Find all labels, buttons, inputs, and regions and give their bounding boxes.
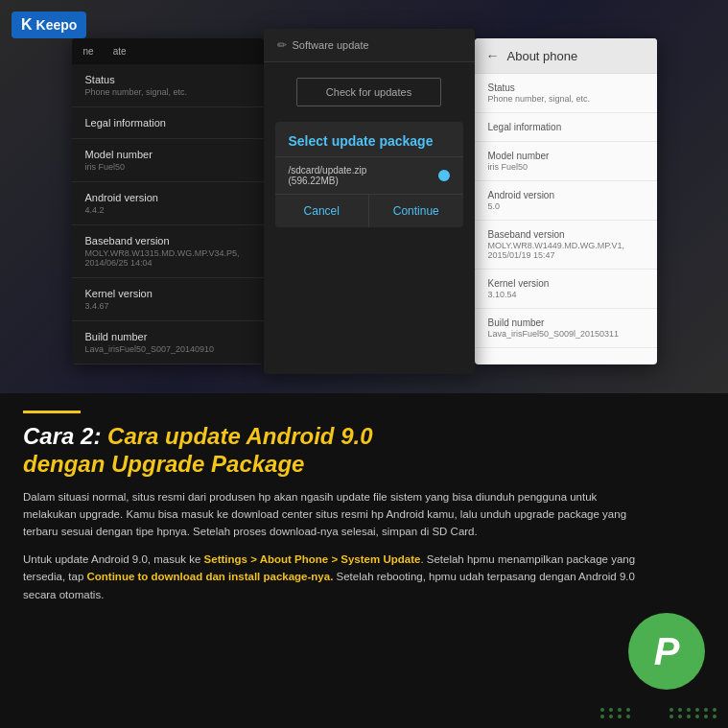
dialog-buttons: Cancel Continue: [275, 194, 463, 227]
left-screen: ne ate Status Phone number, signal, etc.…: [72, 38, 264, 364]
header-col1: ne: [83, 46, 94, 57]
dot: [678, 715, 682, 718]
about-title: About phone: [507, 49, 578, 63]
package-option[interactable]: /sdcard/update.zip (596.22MB): [275, 156, 463, 194]
about-build: Build number Lava_irisFuel50_S009l_20150…: [475, 309, 657, 348]
body2-plain1: Untuk update Android 9.0, masuk ke: [23, 553, 204, 565]
screens-container: ne ate Status Phone number, signal, etc.…: [72, 38, 657, 374]
body2-highlight2: Continue to download dan install package…: [86, 571, 333, 582]
about-legal: Legal information: [475, 113, 657, 142]
heading-main: Cara update Android 9.0: [107, 423, 373, 449]
heading-line2: dengan Upgrade Package: [23, 451, 304, 477]
dot: [695, 708, 699, 712]
left-item-kernel: Kernel version 3.4.67: [72, 278, 264, 321]
dot: [669, 708, 673, 712]
dot: [713, 715, 716, 718]
package-size: (596.22MB): [289, 176, 367, 186]
dots-decoration-1: [669, 708, 718, 718]
dot: [704, 708, 708, 712]
keepo-k-icon: K: [21, 16, 33, 34]
keepo-logo-text: Keepo: [36, 17, 78, 33]
cancel-button[interactable]: Cancel: [275, 195, 370, 227]
left-item-legal: Legal information: [72, 107, 264, 139]
about-android: Android version 5.0: [475, 181, 657, 221]
radio-selected[interactable]: [438, 170, 450, 181]
back-arrow-icon[interactable]: ←: [486, 48, 500, 63]
article-heading: Cara 2: Cara update Android 9.0 dengan U…: [23, 423, 705, 479]
dot: [626, 708, 630, 712]
about-kernel: Kernel version 3.10.54: [475, 270, 657, 309]
left-item-model: Model number iris Fuel50: [72, 139, 264, 182]
continue-button[interactable]: Continue: [369, 195, 463, 227]
left-item-status: Status Phone number, signal, etc.: [72, 64, 264, 107]
dot: [695, 715, 699, 718]
bottom-section: Cara 2: Cara update Android 9.0 dengan U…: [0, 393, 728, 728]
dot: [687, 715, 691, 718]
left-item-android: Android version 4.4.2: [72, 182, 264, 225]
about-header: ← About phone: [475, 38, 657, 74]
top-section: K Keepo ne ate Status Phone number, sign…: [0, 0, 728, 393]
dot: [626, 715, 630, 718]
dot: [704, 715, 708, 718]
dots-decoration-2: [600, 708, 632, 718]
sw-update-header: ✏ Software update: [264, 29, 475, 62]
edit-icon: ✏: [277, 38, 287, 52]
package-path: /sdcard/update.zip: [289, 165, 367, 176]
dot: [618, 715, 622, 718]
dot: [713, 708, 716, 712]
left-screen-header: ne ate: [72, 38, 264, 64]
p-letter: P: [654, 632, 680, 670]
header-col2: ate: [113, 46, 127, 57]
body2-highlight1: Settings > About Phone > System Update: [204, 553, 421, 565]
select-package-dialog: Select update package /sdcard/update.zip…: [275, 122, 463, 227]
dot: [609, 715, 613, 718]
dot: [600, 708, 604, 712]
sw-update-title: Software update: [293, 39, 369, 51]
left-item-build: Build number Lava_irisFuel50_S007_201409…: [72, 321, 264, 364]
left-item-baseband: Baseband version MOLY.WR8.W1315.MD.WG.MP…: [72, 225, 264, 278]
heading-prefix: Cara 2:: [23, 423, 107, 449]
android-p-logo: P: [628, 613, 705, 690]
body-paragraph-2: Untuk update Android 9.0, masuk ke Setti…: [23, 551, 637, 603]
yellow-separator: [23, 411, 81, 413]
dot: [669, 715, 673, 718]
dialog-title: Select update package: [275, 122, 463, 156]
dot: [678, 708, 682, 712]
dot: [687, 708, 691, 712]
about-baseband: Baseband version MOLY.WR8.W1449.MD.WG.MP…: [475, 221, 657, 270]
right-screen: ← About phone Status Phone number, signa…: [475, 38, 657, 364]
p-circle: P: [628, 613, 705, 690]
middle-screen: ✏ Software update Check for updates Sele…: [264, 29, 475, 374]
dot: [609, 708, 613, 712]
dot: [600, 715, 604, 718]
body-paragraph-1: Dalam situasi normal, situs resmi dari p…: [23, 488, 637, 541]
about-model: Model number iris Fuel50: [475, 142, 657, 181]
check-updates-button[interactable]: Check for updates: [296, 78, 441, 106]
about-status: Status Phone number, signal, etc.: [475, 74, 657, 113]
dot: [618, 708, 622, 712]
keepo-logo: K Keepo: [12, 12, 86, 38]
